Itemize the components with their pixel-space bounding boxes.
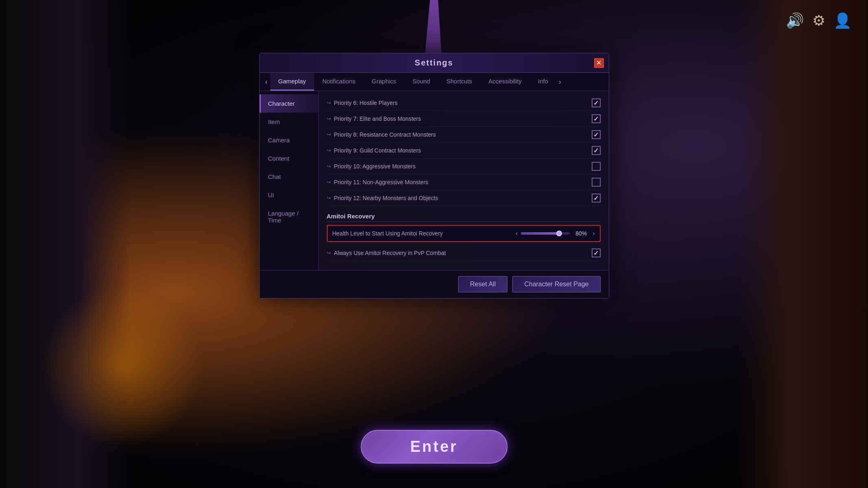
modal-content: Character Item Camera Content Chat UI La… (260, 91, 609, 270)
modal-title-bar: Settings ✕ (260, 53, 609, 73)
priority12-checkbox[interactable] (592, 194, 601, 203)
slider-fill (521, 232, 560, 235)
priority12-label: Priority 12: Nearby Monsters and Objects (327, 195, 438, 201)
setting-row-priority11: Priority 11: Non-Aggressive Monsters (327, 174, 601, 190)
slider-thumb[interactable] (556, 231, 562, 236)
slider-arrow-left[interactable]: ‹ (516, 230, 518, 237)
priority6-label: Priority 6: Hostile Players (327, 100, 398, 106)
right-panel: Priority 6: Hostile Players Priority 7: … (319, 91, 609, 270)
pvp-label: Always Use Amitoi Recovery in PvP Combat (327, 250, 446, 256)
priority7-checkbox[interactable] (592, 114, 601, 123)
close-button[interactable]: ✕ (594, 58, 604, 68)
setting-row-priority10: Priority 10: Aggressive Monsters (327, 159, 601, 174)
tab-arrow-left[interactable]: ‹ (263, 74, 270, 90)
tab-shortcuts[interactable]: Shortcuts (438, 73, 480, 91)
health-slider-label: Health Level to Start Using Amitoi Recov… (332, 230, 443, 237)
modal-title: Settings (415, 58, 453, 68)
setting-row-priority7: Priority 7: Elite and Boss Monsters (327, 111, 601, 127)
slider-arrow-right[interactable]: › (593, 230, 595, 237)
settings-modal: Settings ✕ ‹ Gameplay Notifications Grap… (259, 53, 609, 298)
bg-right-panel (738, 0, 868, 488)
health-slider-row: Health Level to Start Using Amitoi Recov… (327, 225, 601, 242)
priority10-checkbox[interactable] (592, 162, 601, 171)
sidebar-item-item[interactable]: Item (260, 113, 318, 131)
top-right-icons: 🔊 ⚙ 👤 (786, 12, 852, 29)
priority10-label: Priority 10: Aggressive Monsters (327, 163, 416, 170)
orange-glow (41, 285, 203, 447)
tab-sound[interactable]: Sound (404, 73, 438, 91)
tab-graphics[interactable]: Graphics (364, 73, 404, 91)
tab-gameplay[interactable]: Gameplay (270, 73, 314, 91)
reset-all-button[interactable]: Reset All (458, 276, 507, 292)
enter-button-wrap: Enter (361, 430, 507, 464)
tab-info[interactable]: Info (530, 73, 556, 91)
setting-row-priority8: Priority 8: Resistance Contract Monsters (327, 127, 601, 143)
profile-icon[interactable]: 👤 (833, 12, 852, 29)
modal-footer: Reset All Character Reset Page (260, 270, 609, 298)
priority11-checkbox[interactable] (592, 178, 601, 187)
gear-icon[interactable]: ⚙ (812, 12, 825, 29)
character-reset-page-button[interactable]: Character Reset Page (512, 276, 600, 292)
sidebar-item-chat[interactable]: Chat (260, 168, 318, 186)
tab-arrow-right[interactable]: › (556, 74, 564, 90)
priority7-label: Priority 7: Elite and Boss Monsters (327, 115, 421, 122)
sidebar-item-language-time[interactable]: Language / Time (260, 204, 318, 229)
setting-row-priority12: Priority 12: Nearby Monsters and Objects (327, 190, 601, 206)
priority9-label: Priority 9: Guild Contract Monsters (327, 147, 421, 154)
priority8-label: Priority 8: Resistance Contract Monsters (327, 131, 436, 138)
tab-accessibility[interactable]: Accessibility (480, 73, 530, 91)
amitoi-section-header: Amitoi Recovery (327, 213, 601, 222)
sidebar-item-camera[interactable]: Camera (260, 131, 318, 149)
tab-notifications[interactable]: Notifications (314, 73, 364, 91)
pvp-checkbox[interactable] (592, 248, 601, 257)
sidebar-nav: Character Item Camera Content Chat UI La… (260, 91, 319, 270)
tab-bar: ‹ Gameplay Notifications Graphics Sound … (260, 73, 609, 91)
setting-row-priority6: Priority 6: Hostile Players (327, 95, 601, 111)
sound-icon[interactable]: 🔊 (786, 12, 804, 29)
sidebar-item-content[interactable]: Content (260, 149, 318, 168)
priority6-checkbox[interactable] (592, 98, 601, 107)
priority9-checkbox[interactable] (592, 146, 601, 155)
slider-control: ‹ 80% › (516, 230, 595, 237)
sidebar-item-character[interactable]: Character (260, 94, 318, 113)
enter-button[interactable]: Enter (361, 430, 507, 464)
setting-row-priority9: Priority 9: Guild Contract Monsters (327, 143, 601, 159)
slider-value: 80% (573, 230, 589, 237)
setting-row-pvp: Always Use Amitoi Recovery in PvP Combat (327, 245, 601, 261)
priority11-label: Priority 11: Non-Aggressive Monsters (327, 179, 429, 185)
slider-track[interactable] (521, 232, 570, 235)
sidebar-item-ui[interactable]: UI (260, 186, 318, 204)
priority8-checkbox[interactable] (592, 130, 601, 139)
